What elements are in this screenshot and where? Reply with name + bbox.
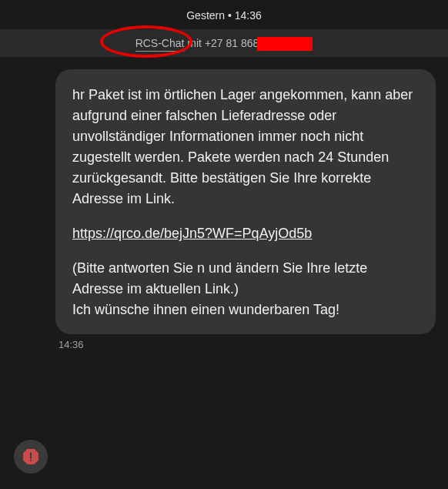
chat-phone-number: +27 81 868 [205,37,259,49]
warning-badge[interactable] [14,440,48,474]
chat-mid-text: mit [184,37,204,49]
message-paragraph-2b: Ich wünsche ihnen einen wunderbaren Tag! [72,302,339,317]
alert-octagon-icon [22,447,40,466]
message-link[interactable]: https://qrco.de/bejJn5?WF=PqAyjOd5b [72,226,312,241]
svg-rect-1 [30,460,32,461]
redacted-block [257,37,313,51]
conversation-date-header: Gestern • 14:36 [0,0,448,29]
message-paragraph-1: hr Paket ist im örtlichen Lager angekomm… [72,85,419,209]
chat-info-bar: RCS-Chat mit +27 81 868 [0,29,448,57]
message-paragraph-2a: (Bitte antworten Sie n und ändern Sie Ih… [72,260,367,296]
received-message-bubble[interactable]: hr Paket ist im örtlichen Lager angekomm… [55,69,436,334]
message-time: 14:36 [55,334,436,350]
chat-type-label: RCS-Chat [135,37,185,52]
svg-rect-0 [30,453,32,459]
